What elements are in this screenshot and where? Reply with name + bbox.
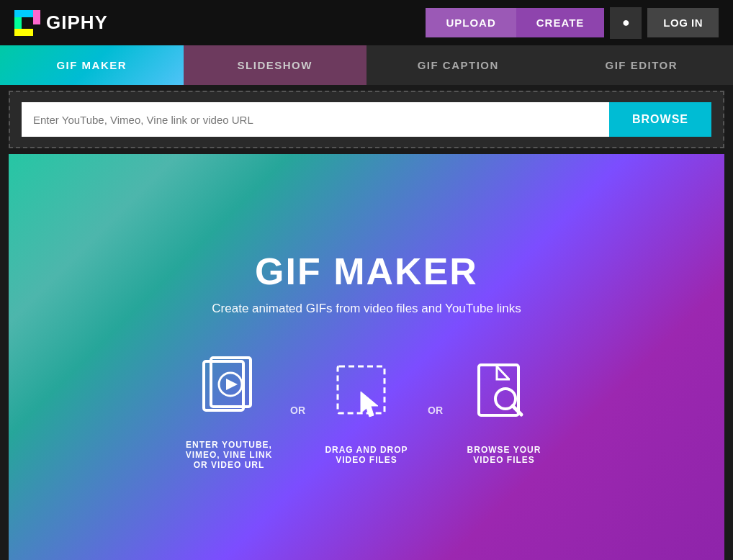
browse-button[interactable]: BROWSE <box>609 102 711 137</box>
logo-text: GIPHY <box>46 12 108 34</box>
icons-row: ENTER YOUTUBE, VIMEO, VINE LINK OR VIDEO… <box>182 351 551 470</box>
svg-rect-2 <box>33 10 40 24</box>
step-enter-url-label: ENTER YOUTUBE, VIMEO, VINE LINK OR VIDEO… <box>182 440 276 470</box>
step-browse: BROWSE YOUR VIDEO FILES <box>457 356 551 465</box>
header-right: UPLOAD CREATE ● LOG IN <box>426 7 719 39</box>
svg-marker-9 <box>361 392 378 417</box>
drag-drop-icon <box>327 356 406 435</box>
main-subtitle: Create animated GIFs from video files an… <box>212 302 521 316</box>
user-button[interactable]: ● <box>610 7 642 39</box>
svg-rect-3 <box>14 29 33 36</box>
tab-slideshow[interactable]: SLIDESHOW <box>184 45 367 85</box>
url-input[interactable] <box>22 102 609 137</box>
main-title: GIF MAKER <box>255 250 478 293</box>
tab-gif-maker[interactable]: GIF MAKER <box>0 45 184 85</box>
upload-button[interactable]: UPLOAD <box>426 8 516 37</box>
giphy-logo-icon <box>14 10 40 36</box>
step-browse-label: BROWSE YOUR VIDEO FILES <box>457 445 551 465</box>
tabs: GIF MAKER SLIDESHOW GIF CAPTION GIF EDIT… <box>0 45 733 85</box>
input-section: BROWSE <box>9 91 724 148</box>
main-content: GIF MAKER Create animated GIFs from vide… <box>9 154 724 560</box>
or-label-2: OR <box>428 405 443 416</box>
step-drag-drop-label: DRAG AND DROP VIDEO FILES <box>320 445 413 465</box>
create-button[interactable]: CREATE <box>516 8 605 37</box>
logo-area: GIPHY <box>14 10 108 36</box>
enter-url-icon <box>189 351 269 430</box>
browse-files-icon <box>464 356 544 435</box>
tab-gif-caption[interactable]: GIF CAPTION <box>366 45 550 85</box>
step-enter-url: ENTER YOUTUBE, VIMEO, VINE LINK OR VIDEO… <box>182 351 276 470</box>
or-label-1: OR <box>290 405 305 416</box>
step-drag-drop: DRAG AND DROP VIDEO FILES <box>320 356 413 465</box>
header: GIPHY UPLOAD CREATE ● LOG IN <box>0 0 733 45</box>
login-button[interactable]: LOG IN <box>647 8 719 37</box>
tab-gif-editor[interactable]: GIF EDITOR <box>550 45 734 85</box>
user-icon: ● <box>622 15 630 30</box>
svg-marker-7 <box>226 379 238 390</box>
